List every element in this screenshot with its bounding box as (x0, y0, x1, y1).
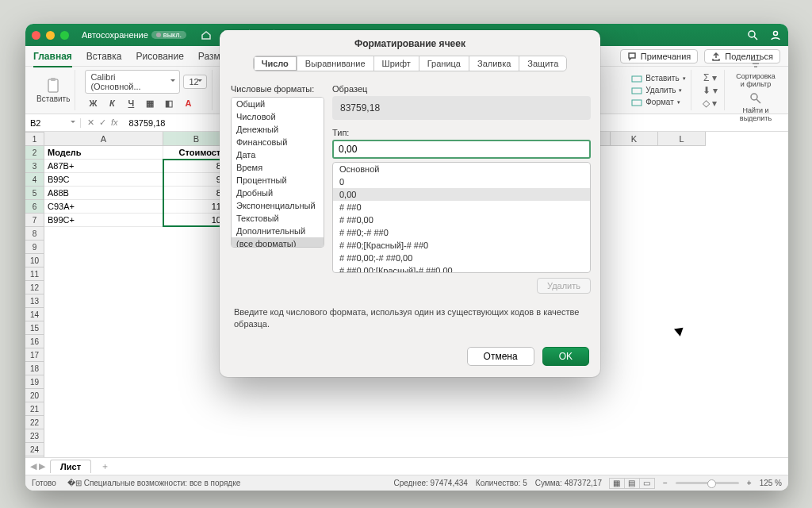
underline-button[interactable]: Ч (123, 96, 139, 110)
autosum-icon[interactable]: Σ ▾ (703, 72, 717, 83)
row-header[interactable]: 23 (25, 429, 44, 443)
sort-filter-button[interactable]: Сортировка и фильтр (734, 57, 777, 89)
zoom-in-button[interactable]: + (747, 479, 752, 487)
category-item[interactable]: Дробный (232, 187, 324, 199)
sheet-tab[interactable]: Лист (50, 460, 91, 473)
row-header[interactable]: 10 (25, 254, 44, 267)
row-header[interactable]: 15 (25, 321, 44, 335)
type-list[interactable]: Основной00,00# ##0# ##0,00# ##0;-# ##0# … (332, 162, 591, 273)
row-header[interactable]: 16 (25, 335, 44, 348)
category-item[interactable]: Текстовый (232, 212, 324, 225)
paste-button[interactable]: Вставить (36, 77, 70, 103)
category-item[interactable]: Дата (232, 148, 324, 161)
type-list-item[interactable]: # ##0,00 (333, 214, 590, 226)
fill-color-button[interactable]: ◧ (161, 96, 177, 110)
type-list-item[interactable]: # ##0,00;-# ##0,00 (333, 252, 590, 264)
tab-draw[interactable]: Рисование (136, 49, 183, 64)
fx-icon[interactable]: fx (111, 117, 118, 128)
cell[interactable]: A87B+ (44, 160, 163, 173)
category-item[interactable]: Процентный (232, 174, 324, 187)
zoom-out-button[interactable]: − (663, 479, 668, 487)
type-list-item[interactable]: Основной (333, 163, 590, 175)
tab-insert[interactable]: Вставка (86, 49, 122, 64)
row-header[interactable]: 21 (25, 402, 44, 416)
row-header[interactable]: 6 (25, 200, 44, 214)
row-header[interactable]: 9 (25, 241, 44, 254)
format-cells-button[interactable]: Формат▾ (631, 98, 685, 107)
bold-button[interactable]: Ж (85, 96, 101, 110)
type-list-item[interactable]: # ##0;[Красный]-# ##0 (333, 239, 590, 252)
dialog-tab[interactable]: Выравнивание (297, 56, 374, 71)
dialog-tab[interactable]: Шрифт (374, 56, 419, 71)
clear-icon[interactable]: ◇ ▾ (703, 98, 717, 109)
column-header[interactable]: L (658, 132, 706, 146)
font-color-button[interactable]: A (180, 96, 196, 110)
insert-cells-button[interactable]: Вставить▾ (631, 74, 685, 83)
cell[interactable]: C93A+ (44, 200, 163, 214)
category-item[interactable]: Время (232, 161, 324, 174)
row-header[interactable]: 22 (25, 416, 44, 429)
category-item[interactable]: Финансовый (232, 136, 324, 148)
autosave-toggle[interactable]: Автосохранение выкл. (82, 30, 186, 40)
dialog-tab[interactable]: Число (254, 56, 297, 71)
cell[interactable]: A88B (44, 187, 163, 200)
row-header[interactable]: 3 (25, 160, 44, 173)
fill-icon[interactable]: ⬇ ▾ (703, 85, 718, 96)
column-header[interactable]: A (44, 132, 163, 146)
type-list-item[interactable]: 0,00 (333, 188, 590, 201)
row-header[interactable]: 17 (25, 348, 44, 362)
row-header[interactable]: 24 (25, 443, 44, 456)
formula-input[interactable]: 83759,18 (124, 118, 170, 128)
row-header[interactable]: 13 (25, 294, 44, 308)
search-icon[interactable] (747, 29, 759, 41)
window-controls[interactable] (32, 31, 69, 40)
cell[interactable]: B99C+ (44, 214, 163, 227)
category-item[interactable]: Числовой (232, 110, 324, 123)
add-sheet-button[interactable]: ＋ (96, 460, 114, 472)
category-item[interactable]: Денежный (232, 123, 324, 136)
name-box[interactable]: B2 (25, 118, 81, 128)
category-item[interactable]: Экспоненциальный (232, 199, 324, 212)
home-icon[interactable] (201, 29, 212, 40)
row-header[interactable]: 4 (25, 173, 44, 187)
accessibility-status[interactable]: �⊞ Специальные возможности: все в порядк… (67, 479, 240, 487)
ok-button[interactable]: OK (542, 347, 589, 366)
category-item[interactable]: (все форматы) (232, 237, 324, 248)
row-header[interactable]: 12 (25, 281, 44, 294)
accept-formula-icon[interactable]: ✓ (99, 117, 106, 128)
account-icon[interactable] (770, 29, 782, 41)
close-icon[interactable] (32, 31, 40, 40)
row-header[interactable]: 25 (25, 456, 44, 457)
category-item[interactable]: Дополнительный (232, 225, 324, 237)
row-header[interactable]: 7 (25, 214, 44, 227)
zoom-slider[interactable] (676, 482, 739, 484)
dialog-tab[interactable]: Заливка (469, 56, 519, 71)
comments-button[interactable]: Примечания (620, 49, 699, 64)
category-item[interactable]: Общий (232, 98, 324, 110)
row-header[interactable]: 11 (25, 267, 44, 281)
cell[interactable]: Модель (44, 146, 163, 160)
fullscreen-icon[interactable] (60, 31, 69, 40)
cancel-button[interactable]: Отмена (467, 347, 534, 366)
row-header[interactable]: 20 (25, 389, 44, 402)
sheet-nav[interactable]: ◀ ▶ (30, 461, 45, 471)
cell[interactable]: B99C (44, 173, 163, 187)
row-header[interactable]: 5 (25, 187, 44, 200)
row-header[interactable]: 14 (25, 308, 44, 321)
dialog-tab[interactable]: Защита (519, 56, 566, 71)
font-size-dropdown[interactable]: 12 (183, 75, 207, 89)
column-header[interactable]: K (611, 132, 658, 146)
type-list-item[interactable]: # ##0 (333, 201, 590, 214)
type-list-item[interactable]: # ##0;-# ##0 (333, 226, 590, 239)
row-header[interactable]: 2 (25, 146, 44, 160)
type-input[interactable] (332, 140, 591, 159)
dialog-tab[interactable]: Граница (419, 56, 469, 71)
row-header[interactable]: 8 (25, 227, 44, 241)
border-button[interactable]: ▦ (142, 96, 158, 110)
category-list[interactable]: ОбщийЧисловойДенежныйФинансовыйДатаВремя… (231, 97, 324, 248)
dialog-tabs[interactable]: ЧислоВыравниваниеШрифтГраницаЗаливкаЗащи… (253, 56, 568, 71)
minimize-icon[interactable] (46, 31, 55, 40)
view-buttons[interactable]: ▦▤▭ (610, 478, 655, 489)
font-name-dropdown[interactable]: Calibri (Основной... (85, 70, 180, 94)
italic-button[interactable]: К (104, 96, 120, 110)
